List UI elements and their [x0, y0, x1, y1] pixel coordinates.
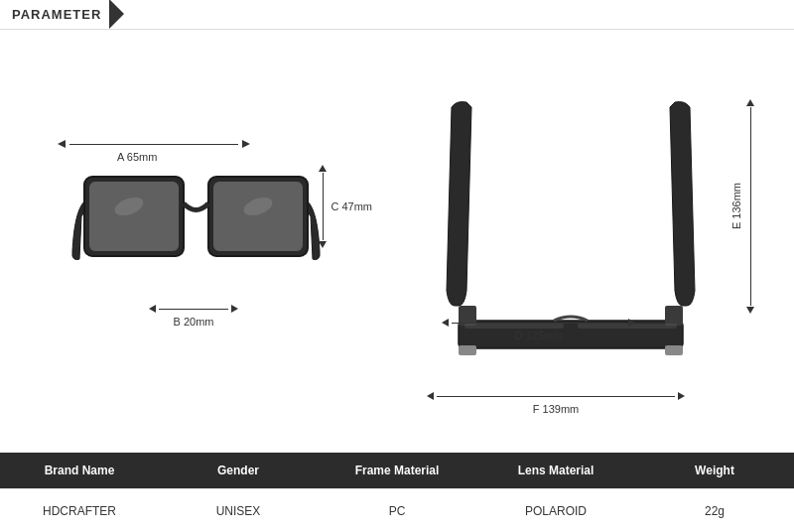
arrow-down-e-icon — [746, 306, 754, 314]
dim-E-label: E 136mm — [730, 183, 742, 229]
header-frame-material: Frame Material — [318, 464, 476, 477]
table-body-row: HDCRAFTER UNISEX PC POLAROID 22g — [0, 488, 794, 532]
svg-marker-10 — [319, 165, 327, 172]
svg-rect-16 — [665, 345, 683, 355]
arrow-left-f-icon — [427, 392, 435, 400]
dim-F-label: F 139mm — [533, 403, 579, 415]
svg-marker-23 — [427, 392, 434, 400]
header-gender: Gender — [159, 464, 318, 477]
dim-D-label: D 125mm — [515, 330, 563, 341]
cell-brand-name: HDCRAFTER — [0, 504, 159, 518]
svg-marker-1 — [242, 140, 250, 148]
svg-marker-21 — [746, 99, 754, 106]
cell-gender: UNISEX — [159, 504, 318, 518]
arrow-right-d-icon — [627, 319, 635, 327]
svg-marker-19 — [442, 319, 449, 327]
header-weight: Weight — [635, 464, 794, 477]
svg-rect-15 — [459, 345, 476, 355]
front-view-section: A 65mm — [40, 53, 377, 430]
svg-rect-14 — [665, 306, 683, 326]
glasses-front-image — [69, 162, 323, 305]
svg-marker-20 — [628, 319, 635, 327]
svg-rect-5 — [213, 182, 303, 251]
arrow-right-f-icon — [677, 392, 685, 400]
arrow-right-b-icon — [230, 305, 238, 313]
svg-marker-9 — [231, 305, 238, 313]
dim-B-label: B 20mm — [174, 316, 214, 328]
dim-C-label: C 47mm — [331, 200, 372, 212]
arrow-right-icon — [240, 140, 250, 148]
cell-frame-material: PC — [318, 504, 476, 518]
table-header-row: Brand Name Gender Frame Material Lens Ma… — [0, 453, 794, 488]
arrow-down-c-icon — [319, 240, 327, 248]
svg-marker-8 — [149, 305, 156, 313]
spec-table: Brand Name Gender Frame Material Lens Ma… — [0, 453, 794, 532]
arrow-up-c-icon — [319, 165, 327, 173]
arrow-left-d-icon — [442, 319, 450, 327]
svg-marker-24 — [678, 392, 685, 400]
top-view-section: D 125mm E 136mm F 139mm — [417, 53, 754, 430]
svg-marker-0 — [58, 140, 66, 148]
header: PARAMETER — [0, 0, 794, 30]
cell-lens-material: POLAROID — [476, 504, 635, 518]
arrow-up-e-icon — [746, 99, 754, 107]
svg-rect-4 — [89, 182, 179, 251]
header-brand-name: Brand Name — [0, 464, 159, 477]
header-lens-material: Lens Material — [476, 464, 635, 477]
page: PARAMETER A 65mm — [0, 0, 794, 532]
cell-weight: 22g — [635, 504, 794, 518]
svg-marker-22 — [746, 307, 754, 314]
arrow-left-icon — [58, 140, 67, 148]
main-diagram-area: A 65mm — [0, 30, 794, 453]
arrow-left-b-icon — [149, 305, 157, 313]
svg-marker-11 — [319, 241, 327, 248]
header-triangle-icon — [109, 0, 124, 29]
page-title: PARAMETER — [12, 7, 101, 22]
